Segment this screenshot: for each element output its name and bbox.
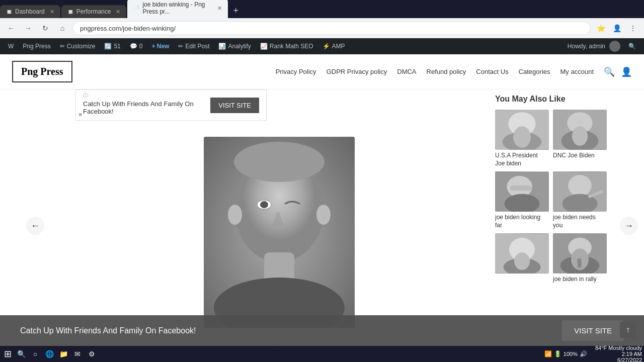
tab-icon-performance: 🔲: [67, 9, 73, 15]
thumb-item-2[interactable]: DNC Joe Biden: [553, 110, 607, 167]
menu-button[interactable]: ⋮: [626, 21, 640, 35]
wp-howdy[interactable]: Howdy, admin: [564, 38, 624, 54]
taskbar-network-icon: 📶: [544, 350, 552, 357]
wp-analytify[interactable]: 📊 Analytify: [214, 38, 255, 54]
site-nav: Privacy Policy GDPR Privacy policy DMCA …: [276, 68, 594, 75]
forward-button[interactable]: →: [21, 21, 35, 35]
user-icon-btn[interactable]: 👤: [621, 66, 632, 77]
wp-analytify-label: Analytify: [228, 43, 251, 50]
new-tab-button[interactable]: +: [229, 4, 243, 18]
thumb-item-4[interactable]: joe biden needs you: [553, 171, 607, 229]
tab-close-dashboard[interactable]: ✕: [50, 9, 54, 15]
tab-close-performance[interactable]: ✕: [116, 9, 120, 15]
wp-rankmath-label: Rank Math SEO: [270, 43, 313, 50]
taskbar-file[interactable]: 📁: [57, 347, 70, 360]
thumb-label-6: joe biden in rally: [553, 276, 607, 284]
nav-privacy[interactable]: Privacy Policy: [276, 68, 316, 75]
wp-updates-count: 51: [114, 43, 120, 50]
taskbar-battery-percent: 100%: [564, 351, 578, 357]
thumb-item-5[interactable]: [495, 233, 549, 284]
profile-button[interactable]: 👤: [610, 21, 624, 35]
nav-myaccount[interactable]: My account: [560, 68, 594, 75]
nav-refund[interactable]: Refund policy: [427, 68, 466, 75]
svg-point-16: [572, 126, 588, 146]
scroll-to-top-button[interactable]: ↑: [620, 322, 636, 338]
thumb-img-1: [495, 110, 549, 150]
header-icons: 🔍 👤: [604, 66, 632, 77]
thumb-svg-3: [495, 171, 549, 212]
wp-new[interactable]: + New: [147, 38, 173, 54]
taskbar-cortana[interactable]: ○: [29, 347, 42, 360]
wp-rankmath[interactable]: 📈 Rank Math SEO: [256, 38, 317, 54]
search-icon-btn[interactable]: 🔍: [604, 66, 615, 77]
site-logo[interactable]: Png Press: [12, 61, 72, 82]
wp-customize-icon: ✏: [60, 43, 65, 50]
visit-site-button-bottom[interactable]: VISIT SITE: [562, 320, 624, 341]
tab-performance[interactable]: 🔲 Performance ✕: [61, 5, 127, 18]
wp-logo-item[interactable]: W: [4, 38, 18, 54]
svg-point-5: [260, 201, 268, 208]
tab-icon-current: 📄: [133, 6, 139, 11]
address-input[interactable]: [72, 21, 591, 35]
taskbar-date: 6/27/2022: [617, 357, 642, 362]
thumb-item-6[interactable]: joe biden in rally: [553, 233, 607, 284]
thumb-img-3: [495, 171, 549, 212]
tab-close-current[interactable]: ✕: [217, 5, 222, 12]
thumb-label-4: joe biden needs you: [553, 214, 607, 229]
wp-edit-post[interactable]: ✏ Edit Post: [174, 38, 213, 54]
wp-updates-icon: 🔄: [104, 43, 112, 50]
visit-site-button-top[interactable]: VISIT SITE: [210, 98, 259, 113]
svg-point-6: [234, 142, 325, 182]
taskbar-start-button[interactable]: ⊞: [2, 346, 14, 361]
thumb-item-1[interactable]: U.S.A President Joe biden: [495, 110, 549, 167]
taskbar-mail[interactable]: ✉: [71, 347, 84, 360]
main-image: [204, 137, 355, 328]
tab-dashboard[interactable]: 🔲 Dashboard ✕: [0, 5, 60, 18]
taskbar-clock-area: 84°F Mostly cloudy 2:19 AM 6/27/2022: [595, 345, 642, 362]
taskbar: ⊞ 🔍 ○ 🌐 📁 ✉ ⚙ 📶 🔋 100% 🔊 84°F Mostly clo…: [0, 346, 644, 362]
wp-analytify-icon: 📊: [218, 43, 226, 50]
svg-rect-20: [510, 186, 532, 191]
bottom-ad-bar: Catch Up With Friends And Family On Face…: [0, 315, 644, 346]
svg-rect-33: [578, 258, 582, 268]
wp-site-name[interactable]: Png Press: [19, 38, 54, 54]
wp-rankmath-icon: 📈: [260, 43, 268, 50]
wp-comments-count: 0: [139, 43, 143, 50]
wp-amp[interactable]: ⚡ AMP: [318, 38, 349, 54]
back-button[interactable]: ←: [4, 21, 18, 35]
nav-categories[interactable]: Categories: [519, 68, 550, 75]
home-button[interactable]: ⌂: [55, 21, 69, 35]
wp-edit-icon: ✏: [178, 43, 183, 50]
nav-contact[interactable]: Contact Us: [476, 68, 508, 75]
ad-close-button[interactable]: ✕: [78, 112, 83, 118]
wp-updates[interactable]: 🔄 51: [100, 38, 124, 54]
tab-label-performance: Performance: [76, 8, 111, 15]
taskbar-browser[interactable]: 🌐: [43, 347, 56, 360]
bottom-ad-text: Catch Up With Friends And Family On Face…: [20, 326, 196, 335]
taskbar-time: 2:19 AM: [622, 351, 642, 357]
wp-edit-label: Edit Post: [185, 43, 209, 50]
taskbar-right: 📶 🔋 100% 🔊 84°F Mostly cloudy 2:19 AM 6/…: [540, 345, 642, 362]
wp-comments[interactable]: 💬 0: [126, 38, 147, 54]
left-nav-arrow[interactable]: ←: [26, 217, 44, 235]
wp-search-bar[interactable]: 🔍: [624, 38, 640, 54]
svg-point-28: [514, 252, 530, 270]
bottom-ad-main-text: Catch Up With Friends And Family On Face…: [20, 326, 196, 335]
reload-button[interactable]: ↻: [38, 21, 52, 35]
thumb-item-3[interactable]: joe biden looking far: [495, 171, 549, 229]
wp-customize[interactable]: ✏ Customize: [56, 38, 100, 54]
wp-site-name-label: Png Press: [23, 43, 50, 50]
thumb-label-2: DNC Joe Biden: [553, 152, 607, 160]
taskbar-search[interactable]: 🔍: [15, 347, 28, 360]
wp-avatar: [609, 41, 620, 52]
tab-current[interactable]: 📄 joe biden winking - Png Press pr... ✕: [127, 0, 228, 18]
main-image-container: [75, 126, 483, 338]
nav-gdpr[interactable]: GDPR Privacy policy: [327, 68, 387, 75]
nav-dmca[interactable]: DMCA: [397, 68, 416, 75]
right-nav-arrow[interactable]: →: [620, 217, 638, 235]
thumb-img-6: [553, 233, 607, 274]
thumb-svg-2: [553, 110, 607, 150]
ad-box-top: ⓘ ✕ Catch Up With Friends And Family On …: [75, 89, 267, 121]
extensions-button[interactable]: ⭐: [594, 21, 608, 35]
taskbar-settings[interactable]: ⚙: [85, 347, 98, 360]
